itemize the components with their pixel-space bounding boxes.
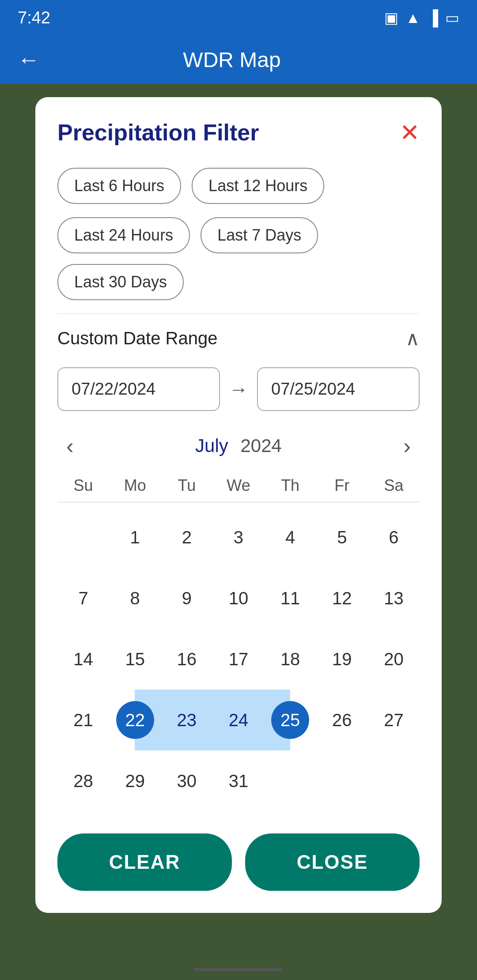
weekday-th: Th [265, 476, 316, 495]
calendar-day[interactable]: 6 [368, 507, 420, 568]
calendar-day[interactable]: 14 [57, 629, 109, 690]
arrow-icon: → [229, 378, 248, 400]
calendar-day[interactable]: 28 [57, 750, 109, 811]
weekday-we: We [212, 476, 264, 495]
precipitation-filter-dialog: Precipitation Filter ✕ Last 6 Hours Last… [35, 97, 442, 913]
calendar-day[interactable]: 29 [109, 750, 161, 811]
calendar-weekdays: Su Mo Tu We Th Fr Sa [57, 476, 420, 502]
calendar: ‹ July 2024 › Su Mo Tu We Th [57, 429, 420, 811]
dialog-buttons: CLEAR CLOSE [57, 833, 420, 891]
app-title: WDR Map [53, 48, 411, 72]
calendar-day[interactable]: 21 [57, 690, 109, 750]
filter-chips-row2: Last 24 Hours Last 7 Days Last 30 Days [57, 217, 420, 300]
weekday-fr: Fr [316, 476, 368, 495]
calendar-year: 2024 [240, 435, 281, 456]
end-date-input[interactable]: 07/25/2024 [257, 367, 420, 411]
calendar-day[interactable]: 27 [368, 690, 420, 750]
status-bar: 7:42 ▣ ▲ ▐ ▭ [0, 0, 477, 35]
modal-overlay: Precipitation Filter ✕ Last 6 Hours Last… [0, 84, 477, 980]
calendar-day[interactable]: 1 [109, 507, 161, 568]
start-date-input[interactable]: 07/22/2024 [57, 367, 220, 411]
custom-date-label: Custom Date Range [57, 328, 217, 348]
weekday-su: Su [57, 476, 109, 495]
home-indicator [194, 968, 283, 971]
status-time: 7:42 [18, 8, 50, 27]
calendar-week-1: 78910111213 [57, 568, 420, 629]
calendar-day[interactable]: 25 [265, 690, 316, 750]
chip-last-12-hours[interactable]: Last 12 Hours [192, 168, 324, 204]
calendar-nav: ‹ July 2024 › [57, 429, 420, 463]
prev-month-button[interactable]: ‹ [57, 429, 83, 463]
chip-last-24-hours[interactable]: Last 24 Hours [57, 217, 190, 253]
calendar-day[interactable]: 10 [212, 568, 264, 629]
calendar-day[interactable]: 15 [109, 629, 161, 690]
signal-icon: ▐ [428, 9, 438, 26]
wifi-icon: ▲ [405, 9, 420, 26]
weekday-tu: Tu [161, 476, 212, 495]
filter-chips: Last 6 Hours Last 12 Hours [57, 168, 420, 204]
calendar-day[interactable]: 3 [212, 507, 264, 568]
close-dialog-button[interactable]: ✕ [400, 121, 420, 144]
calendar-day[interactable]: 4 [265, 507, 316, 568]
calendar-day[interactable]: 24 [212, 690, 264, 750]
calendar-day[interactable]: 9 [161, 568, 212, 629]
calendar-day[interactable]: 17 [212, 629, 264, 690]
chevron-up-icon: ∧ [405, 327, 420, 350]
calendar-day [57, 507, 109, 568]
chip-last-7-days[interactable]: Last 7 Days [201, 217, 318, 253]
calendar-day[interactable]: 23 [161, 690, 212, 750]
calendar-week-2: 14151617181920 [57, 629, 420, 690]
dialog-header: Precipitation Filter ✕ [57, 119, 420, 146]
calendar-day[interactable]: 26 [316, 690, 368, 750]
calendar-day[interactable]: 2 [161, 507, 212, 568]
calendar-month-year: July 2024 [195, 435, 282, 456]
status-icons: ▣ ▲ ▐ ▭ [384, 9, 459, 26]
calendar-day[interactable]: 20 [368, 629, 420, 690]
calendar-day[interactable]: 12 [316, 568, 368, 629]
calendar-weeks: 1234567891011121314151617181920212223242… [57, 507, 420, 811]
calendar-day[interactable]: 19 [316, 629, 368, 690]
calendar-day[interactable]: 22 [109, 690, 161, 750]
dialog-title: Precipitation Filter [57, 119, 259, 146]
calendar-day[interactable]: 16 [161, 629, 212, 690]
back-button[interactable]: ← [18, 47, 40, 72]
calendar-day[interactable]: 5 [316, 507, 368, 568]
date-inputs-row: 07/22/2024 → 07/25/2024 [57, 367, 420, 411]
calendar-day [316, 750, 368, 811]
calendar-grid: Su Mo Tu We Th Fr Sa 1234567891011121314… [57, 476, 420, 811]
calendar-month: July [195, 435, 228, 456]
calendar-day[interactable]: 30 [161, 750, 212, 811]
calendar-day[interactable]: 11 [265, 568, 316, 629]
close-button[interactable]: CLOSE [245, 833, 420, 891]
calendar-day[interactable]: 7 [57, 568, 109, 629]
custom-date-section: Custom Date Range ∧ 07/22/2024 → 07/25/2… [57, 313, 420, 811]
calendar-day [368, 750, 420, 811]
clear-button[interactable]: CLEAR [57, 833, 232, 891]
battery-icon: ▭ [445, 9, 459, 26]
calendar-day[interactable]: 31 [212, 750, 264, 811]
calendar-week-0: 123456 [57, 507, 420, 568]
calendar-day[interactable]: 18 [265, 629, 316, 690]
calendar-day [265, 750, 316, 811]
calendar-day[interactable]: 13 [368, 568, 420, 629]
chip-last-6-hours[interactable]: Last 6 Hours [57, 168, 181, 204]
calendar-week-4: 28293031 [57, 750, 420, 811]
weekday-mo: Mo [109, 476, 161, 495]
calendar-day[interactable]: 8 [109, 568, 161, 629]
weekday-sa: Sa [368, 476, 420, 495]
sim-icon: ▣ [384, 9, 398, 26]
custom-date-header[interactable]: Custom Date Range ∧ [57, 327, 420, 350]
chip-last-30-days[interactable]: Last 30 Days [57, 264, 184, 300]
calendar-week-3: 21222324252627 [57, 690, 420, 750]
next-month-button[interactable]: › [394, 429, 420, 463]
app-bar: ← WDR Map [0, 35, 477, 84]
